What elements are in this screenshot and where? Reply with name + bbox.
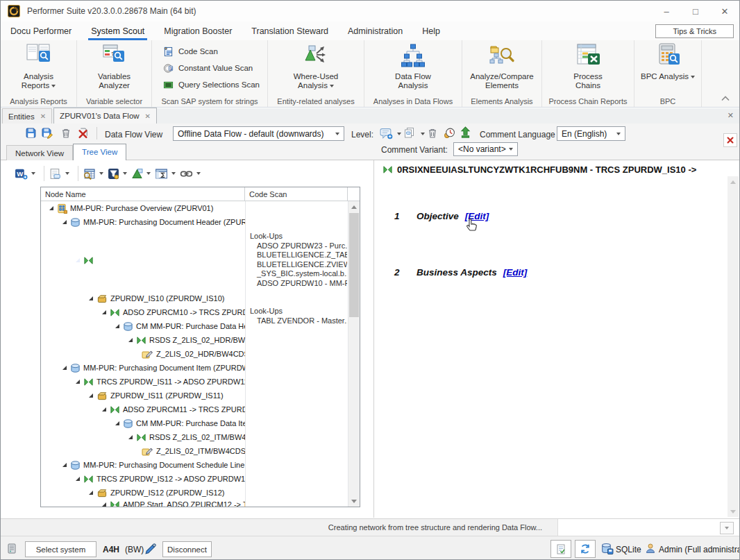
comment-variant-combobox[interactable]: <No variant> [453,142,518,156]
table-search-icon[interactable] [83,168,96,180]
select-system-button[interactable]: Select system [25,541,96,557]
ribbon-button-process-chains[interactable]: Process Chains [542,42,634,90]
ribbon-item-query-selections-scan[interactable]: Query Selections Scan [152,76,267,93]
tree-node[interactable]: ZPURDW_IS11 (ZPURDW_IS11) [41,389,245,402]
comment-history-icon[interactable] [443,127,455,139]
tree-scroll-up-icon[interactable] [348,201,360,212]
document-tab-zpurv01-s-data-flow[interactable]: ZPURV01's Data Flow✕ [53,108,157,124]
view-tab-network-view[interactable]: Network View [6,145,73,160]
status-dropdown-button[interactable] [720,522,734,534]
ribbon-button-analysis-reports[interactable]: Analysis Reports [1,42,76,90]
ribbon-tab-help[interactable]: Help [412,22,450,40]
tree-node[interactable]: TRCS ZPURDW_IS11 -> ADSO ZPURDW11 [41,375,245,389]
ribbon-button-bpc-analysis[interactable]: BPC Analysis [634,42,701,81]
ribbon-button-variables-analyzer[interactable]: ?Variables Analyzer [77,42,151,90]
tree-node[interactable]: ADSO ZPURCM10 -> TRCS ZPURDW_IS10 [41,305,245,319]
right-scroll-down-icon[interactable] [728,506,739,517]
document-tab-entities[interactable]: Entities✕ [2,108,52,124]
tree-node[interactable]: ZPURDW_IS10 (ZPURDW_IS10) [41,291,245,305]
filter-dropdown[interactable] [123,172,127,175]
ribbon-tab-system-scout[interactable]: System Scout [81,22,154,40]
expander-icon[interactable] [101,407,107,412]
tree-node[interactable]: ADSO ZPURCM11 -> TRCS ZPURDW_IS11 [41,402,245,416]
tree-scrollbar[interactable] [348,201,360,507]
expander-icon[interactable] [62,219,67,225]
ribbon-button-analyze-compare-elements[interactable]: Analyze/Compare Elements [462,42,541,90]
tree-node[interactable]: RSDS Z_2LIS_02_ITM/BW4CDS -> A [41,430,245,444]
aggregate-table-dropdown[interactable] [171,172,176,175]
tree-node[interactable]: TRCS ZPURDW_IS12 -> ADSO ZPURDW12 [41,472,245,486]
ribbon-tab-docu-performer[interactable]: Docu Performer [1,22,81,40]
ribbon-tab-migration-booster[interactable]: Migration Booster [154,22,242,40]
tab-strip-close-icon[interactable]: ✕ [728,111,734,120]
filter-icon[interactable] [108,168,119,180]
add-comment-icon[interactable] [380,128,393,139]
tips-and-tricks-button[interactable]: Tips & Tricks [655,24,734,38]
ribbon-button-where-used-analysis[interactable]: Where-Used Analysis [268,42,364,90]
tree-node[interactable]: RSDS Z_2LIS_02_HDR/BW4CDS -> A [41,333,245,347]
expander-icon[interactable] [128,434,133,440]
expander-icon[interactable] [128,337,133,343]
word-export-icon[interactable]: W [15,168,28,180]
tab-close-icon[interactable]: ✕ [40,112,46,120]
collapse-ribbon-icon[interactable] [721,96,730,101]
close-button[interactable]: ✕ [710,1,739,22]
expander-icon[interactable] [88,490,94,495]
aggregate-table-icon[interactable] [155,168,168,180]
expander-icon[interactable] [62,365,67,371]
tree-scrollbar-thumb[interactable] [349,213,359,317]
tree-node[interactable]: Z_2LIS_02_HDR/BW4CDS [41,347,245,361]
edit-link[interactable]: [Edit] [503,267,528,278]
delete-data-flow-view-icon[interactable] [77,127,89,139]
comment-document-icon[interactable] [49,168,62,180]
ribbon-button-data-flow-analysis[interactable]: Data Flow Analysis [364,42,462,90]
refresh-button[interactable] [575,540,596,558]
data-flow-view-combobox[interactable]: Offline Data Flow - default (downwards) [173,126,344,141]
expander-icon[interactable] [75,476,81,482]
right-panel-scrollbar[interactable] [728,176,739,517]
where-used-small-dropdown[interactable] [146,172,151,175]
expander-icon[interactable] [88,296,94,301]
close-comment-panel-button[interactable] [723,133,737,147]
column-header-code-scan[interactable]: Code Scan [245,187,348,201]
expander-icon[interactable] [75,257,81,263]
upload-comment-icon[interactable] [460,126,471,138]
save-as-icon[interactable] [41,127,54,139]
tree-node[interactable]: CM MM-PUR: Purchase Data Item (2LIS_ [41,416,245,430]
delete-icon[interactable] [60,128,72,139]
tree-node[interactable]: Z_2LIS_02_ITM/BW4CDS [41,444,245,458]
expander-icon[interactable] [62,462,67,468]
ribbon-tab-administration[interactable]: Administration [338,22,412,40]
table-search-dropdown[interactable] [99,172,103,175]
ribbon-item-constant-value-scan[interactable]: 1Constant Value Scan [152,60,267,76]
word-export-dropdown[interactable] [31,172,35,175]
tab-close-icon[interactable]: ✕ [145,112,151,120]
tree-node[interactable]: ZPURDW_IS12 (ZPURDW_IS12) [41,486,245,500]
comment-language-combobox[interactable]: En (English) [557,126,625,141]
connection-pen-icon[interactable] [144,543,158,555]
comment-document-dropdown[interactable] [65,172,69,175]
ribbon-tab-translation-steward[interactable]: Translation Steward [242,22,338,40]
expander-icon[interactable] [115,421,120,426]
tree-node[interactable]: AMDP End, TRCS ZPURDW_IS10 -> ADSO ZPURD… [41,229,245,291]
view-tab-tree-view[interactable]: Tree View [73,144,126,160]
maximize-button[interactable]: □ [681,1,710,22]
link-dropdown[interactable] [196,172,201,175]
tree-node[interactable]: MM-PUR: Purchasing Document Item (ZPURDW… [41,361,245,375]
expander-icon[interactable] [115,323,120,329]
tree-node[interactable]: AMDP Start, ADSO ZPURCM12 -> TRCS ZPU [41,500,245,507]
delete-comment-icon[interactable] [427,128,438,139]
tree-scroll-down-icon[interactable] [348,495,360,507]
expander-icon[interactable] [88,393,94,398]
disconnect-button[interactable]: Disconnect [162,541,212,557]
minimize-button[interactable]: – [652,1,681,22]
link-icon[interactable] [180,168,193,180]
tree-node[interactable]: CM MM-PUR: Purchase Data Header (2LI [41,319,245,333]
where-used-small-icon[interactable] [131,168,143,180]
report-log-button[interactable] [550,540,571,558]
right-scroll-up-icon[interactable] [728,176,739,187]
ribbon-item-code-scan[interactable]: Code Scan [152,43,267,60]
copy-comment-icon[interactable] [403,127,416,139]
expander-icon[interactable] [75,379,81,384]
column-header-node-name[interactable]: Node Name [41,187,245,201]
